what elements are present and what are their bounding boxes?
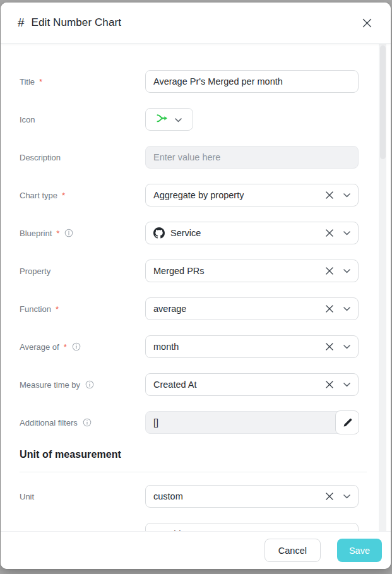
field-label: Property bbox=[20, 266, 145, 276]
unit-select[interactable]: custom bbox=[145, 485, 359, 508]
field-label: Average of* bbox=[20, 342, 145, 352]
github-icon bbox=[153, 227, 165, 239]
number-chart-hash-icon: # bbox=[18, 16, 25, 30]
info-icon[interactable] bbox=[83, 418, 92, 427]
cancel-button[interactable]: Cancel bbox=[264, 539, 321, 562]
field-label: Chart type* bbox=[20, 191, 145, 200]
field-label-text: Average of bbox=[20, 342, 59, 352]
field-label: Unit bbox=[20, 492, 145, 501]
modal-footer: Cancel Save bbox=[1, 531, 391, 569]
field-label-text: Measure time by bbox=[20, 380, 80, 390]
select-value: average bbox=[153, 304, 186, 314]
clear-icon[interactable] bbox=[326, 297, 333, 320]
close-icon[interactable] bbox=[359, 15, 374, 30]
clear-icon[interactable] bbox=[326, 222, 333, 244]
form-row-average-of: Average of* month bbox=[20, 335, 391, 358]
clear-icon[interactable] bbox=[326, 184, 333, 206]
field-label: Blueprint* bbox=[20, 229, 145, 238]
chevron-down-icon[interactable] bbox=[343, 373, 350, 396]
field-label-text: Blueprint bbox=[20, 229, 52, 238]
form-row-additional-filters: Additional filters [] bbox=[20, 411, 391, 434]
field-label-text: Property bbox=[20, 266, 50, 276]
info-icon[interactable] bbox=[72, 342, 81, 351]
info-icon[interactable] bbox=[85, 380, 94, 389]
required-asterisk: * bbox=[39, 77, 42, 87]
field-label: Additional filters bbox=[20, 418, 145, 428]
icon-picker[interactable] bbox=[145, 108, 193, 131]
chevron-down-icon[interactable] bbox=[343, 485, 350, 508]
clear-icon[interactable] bbox=[326, 485, 333, 508]
form-row-custom-unit: Monthly bbox=[20, 523, 391, 531]
form-row-property: Property Merged PRs bbox=[20, 260, 391, 282]
clear-icon[interactable] bbox=[326, 373, 333, 396]
select-value: Service bbox=[170, 228, 201, 238]
info-icon[interactable] bbox=[64, 229, 73, 237]
edit-filters-button[interactable] bbox=[335, 410, 359, 434]
chevron-down-icon[interactable] bbox=[343, 335, 350, 358]
field-label: Icon bbox=[20, 115, 145, 124]
modal-body: Title* Icon bbox=[1, 44, 391, 531]
field-label-text: Title bbox=[20, 77, 35, 87]
form-row-function: Function* average bbox=[20, 297, 391, 320]
required-asterisk: * bbox=[62, 191, 65, 200]
select-value: Aggregate by property bbox=[153, 190, 244, 200]
form-row-blueprint: Blueprint* Service bbox=[20, 222, 391, 244]
custom-unit-select[interactable]: Monthly bbox=[145, 523, 359, 531]
chevron-down-icon[interactable] bbox=[343, 222, 350, 244]
field-label-text: Function bbox=[20, 304, 51, 314]
field-label-text: Chart type bbox=[20, 191, 57, 200]
field-label-text: Unit bbox=[20, 492, 34, 501]
field-label: Title* bbox=[20, 77, 145, 87]
select-value: Merged PRs bbox=[153, 266, 205, 276]
field-label: Measure time by bbox=[20, 380, 145, 390]
field-label-text: Description bbox=[20, 153, 61, 162]
filters-value: [] bbox=[153, 417, 158, 428]
select-value: custom bbox=[153, 491, 183, 501]
property-select[interactable]: Merged PRs bbox=[145, 260, 359, 282]
form-row-measure-time-by: Measure time by Created At bbox=[20, 373, 391, 396]
clear-icon[interactable] bbox=[326, 260, 333, 282]
form-row-unit: Unit custom bbox=[20, 485, 391, 508]
chevron-down-icon[interactable] bbox=[175, 114, 182, 125]
form-row-icon: Icon bbox=[20, 108, 391, 131]
select-value: Created At bbox=[153, 380, 197, 390]
section-divider bbox=[20, 472, 367, 472]
chart-type-select[interactable]: Aggregate by property bbox=[145, 184, 359, 206]
field-label: Function* bbox=[20, 304, 145, 314]
chevron-down-icon[interactable] bbox=[343, 297, 350, 320]
modal-title: Edit Number Chart bbox=[32, 16, 121, 29]
function-select[interactable]: average bbox=[145, 297, 359, 320]
save-button[interactable]: Save bbox=[337, 539, 382, 562]
git-merge-icon bbox=[157, 114, 168, 126]
chevron-down-icon[interactable] bbox=[343, 260, 350, 282]
select-value: month bbox=[153, 342, 179, 352]
required-asterisk: * bbox=[56, 229, 59, 238]
required-asterisk: * bbox=[64, 342, 67, 352]
blueprint-select[interactable]: Service bbox=[145, 222, 359, 244]
average-of-select[interactable]: month bbox=[145, 335, 359, 358]
section-heading-unit-of-measurement: Unit of measurement bbox=[20, 449, 391, 460]
scrollbar[interactable] bbox=[379, 44, 386, 531]
chevron-down-icon[interactable] bbox=[343, 184, 350, 206]
required-asterisk: * bbox=[56, 304, 59, 314]
measure-time-by-select[interactable]: Created At bbox=[145, 373, 359, 396]
clear-icon[interactable] bbox=[326, 335, 333, 358]
modal-header: # Edit Number Chart bbox=[1, 3, 391, 44]
form-row-title: Title* bbox=[20, 70, 391, 93]
additional-filters-input: [] bbox=[145, 411, 359, 434]
scrollbar-thumb[interactable] bbox=[380, 45, 386, 159]
field-label: Description bbox=[20, 153, 145, 162]
form-row-chart-type: Chart type* Aggregate by property bbox=[20, 184, 391, 206]
form-row-description: Description bbox=[20, 146, 391, 169]
description-input[interactable] bbox=[145, 146, 359, 169]
field-label-text: Additional filters bbox=[20, 418, 78, 428]
field-label-text: Icon bbox=[20, 115, 35, 124]
edit-number-chart-modal: # Edit Number Chart Title* Icon bbox=[1, 3, 391, 569]
title-input[interactable] bbox=[145, 70, 359, 93]
